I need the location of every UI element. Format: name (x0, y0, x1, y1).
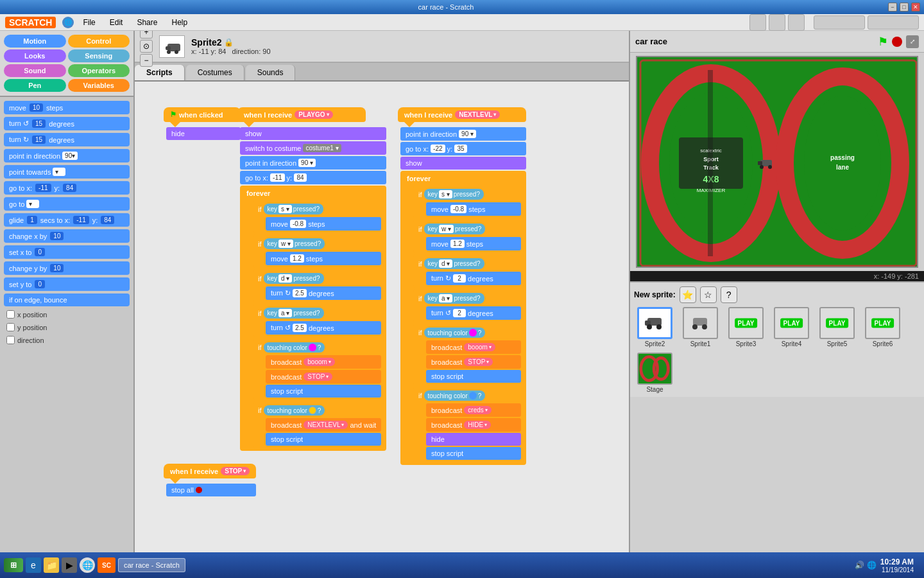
if-w-pressed[interactable]: if key w ▾ pressed? move 1.2 steps (253, 234, 384, 268)
if-w-pressed-2[interactable]: if key w ▾ pressed? move 1.2 steps (413, 220, 524, 253)
tab-sounds[interactable]: Sounds (246, 65, 296, 80)
if-touching-color-2[interactable]: if touching color ? broadcast NEXTLEVL ▾… (253, 401, 384, 448)
if-touching-color-1[interactable]: if touching color ? broadcast booom ▾ br… (253, 338, 384, 400)
stage-thumb[interactable] (637, 353, 672, 385)
if-touching-color-4[interactable]: if touching color ? broadcast creds ▾ br… (413, 387, 524, 462)
hat-when-clicked[interactable]: ⚑ when clicked (164, 107, 241, 122)
checkbox-x[interactable] (6, 310, 15, 319)
block-turn-left[interactable]: turn ↺ 15 degrees (4, 117, 130, 130)
play-sprite3[interactable]: PLAY (735, 319, 758, 328)
block-move-s[interactable]: move -0.8 steps (266, 217, 381, 231)
checkbox-y[interactable] (6, 323, 15, 331)
block-check-x[interactable]: x position (4, 309, 130, 320)
block-point-dir[interactable]: point in direction 90▾ (4, 149, 130, 162)
cat-operators[interactable]: Operators (68, 64, 130, 77)
taskbar-app-scratch[interactable]: car race - Scratch (118, 558, 185, 572)
block-stop-script-1[interactable]: stop script (266, 385, 381, 398)
sprite-thumb-1[interactable] (683, 307, 718, 339)
block-point-dir-2[interactable]: point in direction 90 ▾ (240, 156, 386, 170)
menu-edit[interactable]: Edit (105, 17, 128, 28)
block-costume[interactable]: switch to costume costume1 ▾ (240, 141, 386, 155)
block-show-2[interactable]: show (400, 157, 526, 170)
if-d-pressed[interactable]: if key d ▾ pressed? turn ↻ 2.5 degrees (253, 269, 384, 302)
hat-nextlevl[interactable]: when I receive NEXTLEVL ▾ (398, 107, 526, 122)
block-move-steps[interactable]: move 10 steps (4, 101, 130, 114)
close-button[interactable]: ✕ (911, 3, 920, 12)
block-forever-2[interactable]: forever if key s ▾ pressed? move -0.8 st… (400, 171, 526, 465)
sprite-thumb-6[interactable]: PLAY (865, 307, 900, 339)
block-turn-right[interactable]: turn ↻ 15 degrees (4, 133, 130, 146)
if-s-pressed-2[interactable]: if key s ▾ pressed? move -0.8 steps (413, 185, 524, 218)
block-stop-script-3[interactable]: stop script (426, 370, 521, 383)
hat-stop[interactable]: when I receive STOP ▾ (164, 464, 256, 478)
cat-looks[interactable]: Looks (4, 49, 66, 62)
zoom-fit[interactable]: ⊙ (140, 40, 153, 53)
block-stop-all[interactable]: stop all (166, 484, 256, 496)
block-broadcast-stop-2[interactable]: broadcast STOP ▾ (426, 355, 521, 369)
if-touching-color-3[interactable]: if touching color ? broadcast booom ▾ br… (413, 324, 524, 385)
toolbar-btn-1[interactable] (749, 14, 766, 31)
block-move-w[interactable]: move 1.2 steps (266, 252, 381, 265)
block-point-dir-3[interactable]: point in direction 90 ▾ (400, 127, 526, 141)
maximize-button[interactable]: □ (900, 3, 909, 12)
block-show[interactable]: show (240, 127, 386, 140)
sprite-thumb-2[interactable] (637, 307, 672, 339)
tab-costumes[interactable]: Costumes (186, 65, 244, 80)
expand-stage[interactable]: ⤢ (906, 35, 919, 48)
if-a-pressed[interactable]: if key a ▾ pressed? turn ↺ 2.5 degrees (253, 304, 384, 337)
block-move-w-2[interactable]: move 1.2 steps (426, 237, 521, 250)
new-sprite-star[interactable]: ☆ (700, 286, 717, 303)
taskbar-media[interactable]: ▶ (62, 557, 77, 573)
new-sprite-random[interactable]: ? (721, 286, 737, 303)
block-move-s-2[interactable]: move -0.8 steps (426, 202, 521, 216)
block-stop-script-2[interactable]: stop script (266, 433, 381, 446)
taskbar-folder[interactable]: 📁 (44, 557, 59, 573)
cat-variables[interactable]: Variables (68, 79, 130, 92)
if-d-pressed-2[interactable]: if key d ▾ pressed? turn ↻ 2 degrees (413, 254, 524, 288)
expand-controls[interactable] (868, 15, 919, 30)
block-turn-d-2[interactable]: turn ↻ 2 degrees (426, 272, 521, 285)
block-broadcast-booom-2[interactable]: broadcast booom ▾ (426, 340, 521, 354)
block-broadcast-hide[interactable]: broadcast HIDE ▾ (426, 418, 521, 432)
zoom-in[interactable]: + (140, 31, 153, 39)
start-button[interactable]: ⊞ (4, 558, 23, 572)
toolbar-btn-3[interactable] (788, 14, 805, 31)
block-broadcast-stop-1[interactable]: broadcast STOP ▾ (266, 370, 381, 383)
new-sprite-paint[interactable]: ⭐ (680, 286, 696, 303)
minimize-button[interactable]: − (888, 3, 897, 12)
block-turn-a-2[interactable]: turn ↺ 2 degrees (426, 306, 521, 320)
cat-pen[interactable]: Pen (4, 79, 66, 92)
sprite-thumb-3[interactable]: PLAY (728, 307, 764, 339)
block-change-y[interactable]: change y by 10 (4, 261, 130, 275)
block-forever-1[interactable]: forever if key s ▾ pressed? move -0.8 st… (240, 186, 386, 451)
block-bounce[interactable]: if on edge, bounce (4, 293, 130, 306)
if-s-pressed[interactable]: if key s ▾ pressed? move -0.8 steps (253, 200, 384, 233)
cat-sensing[interactable]: Sensing (68, 49, 130, 62)
block-broadcast-nextlvl-1[interactable]: broadcast NEXTLEVL ▾ and wait (266, 418, 381, 432)
cat-control[interactable]: Control (68, 35, 130, 48)
menu-help[interactable]: Help (166, 17, 193, 28)
if-a-pressed-2[interactable]: if key a ▾ pressed? turn ↺ 2 degrees (413, 289, 524, 322)
block-goto-xy[interactable]: go to x: -11 y: 84 (4, 181, 130, 195)
green-flag-stage[interactable]: ⚑ (878, 35, 888, 49)
zoom-out[interactable]: − (140, 54, 153, 67)
taskbar-chrome[interactable]: 🌐 (80, 557, 95, 573)
cat-motion[interactable]: Motion (4, 35, 66, 48)
taskbar-scratch[interactable]: SC (98, 557, 116, 573)
block-goto-xy-3[interactable]: go to x: -22 y: 35 (400, 142, 526, 155)
block-turn-d[interactable]: turn ↻ 2.5 degrees (266, 286, 381, 300)
play-sprite5[interactable]: PLAY (826, 319, 849, 328)
block-broadcast-booom[interactable]: broadcast booom ▾ (266, 355, 381, 369)
block-check-y[interactable]: y position (4, 322, 130, 333)
toolbar-btn-2[interactable] (769, 14, 785, 31)
username-field[interactable] (814, 15, 865, 30)
block-hide[interactable]: hide (166, 127, 241, 140)
block-glide[interactable]: glide 1 secs to x: -11 y: 84 (4, 213, 130, 227)
block-set-x[interactable]: set x to 0 (4, 245, 130, 259)
block-check-dir[interactable]: direction (4, 335, 130, 346)
play-sprite6[interactable]: PLAY (871, 319, 894, 328)
hat-playgo[interactable]: when I receive PLAYGO ▾ (237, 107, 366, 122)
block-set-y[interactable]: set y to 0 (4, 277, 130, 291)
block-broadcast-creds[interactable]: broadcast creds ▾ (426, 403, 521, 417)
tab-scripts[interactable]: Scripts (135, 65, 185, 80)
